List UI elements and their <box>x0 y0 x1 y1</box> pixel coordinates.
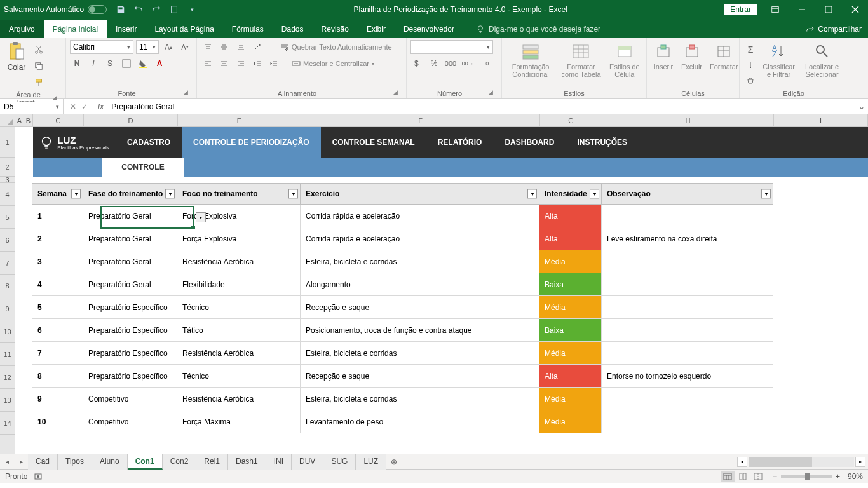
cell-ex[interactable]: Esteira, bicicleta e corridas <box>301 388 539 410</box>
qat-dropdown-icon[interactable]: ▾ <box>187 4 197 15</box>
scroll-left-icon[interactable]: ◂ <box>737 457 747 467</box>
tab-home[interactable]: Página Inicial <box>44 20 107 38</box>
cell-sem[interactable]: 5 <box>32 296 83 319</box>
cell-obs[interactable] <box>602 273 773 296</box>
align-left-icon[interactable] <box>201 57 215 71</box>
name-box-input[interactable] <box>4 102 42 111</box>
decrease-font-icon[interactable]: A▾ <box>178 40 192 54</box>
cell-obs[interactable] <box>602 388 773 410</box>
fill-color-icon[interactable] <box>136 57 150 71</box>
namebox-dropdown-icon[interactable]: ▾ <box>56 104 59 110</box>
row-header-7[interactable]: 7 <box>0 252 15 274</box>
cell-ex[interactable]: Alongamento <box>301 273 539 296</box>
header-intensidade[interactable]: Intensidade▾ <box>539 184 602 205</box>
cancel-formula-icon[interactable]: ✕ <box>70 102 76 111</box>
cell-ex[interactable]: Recepção e saque <box>301 296 539 319</box>
nav-item-1[interactable]: CONTROLE DE PERIODIZAÇÃO <box>182 127 321 158</box>
tab-view[interactable]: Exibir <box>358 20 395 38</box>
undo-icon[interactable] <box>133 4 144 15</box>
nav-item-2[interactable]: CONTROLE SEMANAL <box>321 127 426 158</box>
close-icon[interactable] <box>846 3 864 17</box>
col-header-F[interactable]: F <box>301 114 540 126</box>
autosum-icon[interactable]: Σ <box>743 43 757 57</box>
ribbon-options-icon[interactable] <box>766 3 784 17</box>
row-header-11[interactable]: 11 <box>0 343 15 366</box>
cell-fase[interactable]: Preparatório Específico <box>83 342 177 365</box>
cell-int[interactable]: Baixa <box>539 273 602 296</box>
tab-file[interactable]: Arquivo <box>0 20 44 38</box>
row-header-1[interactable]: 1 <box>0 127 15 158</box>
tab-nav-first-icon[interactable]: ◂ <box>0 455 14 469</box>
cell-int[interactable]: Alta <box>539 227 602 250</box>
row-header-12[interactable]: 12 <box>0 366 15 389</box>
maximize-icon[interactable] <box>820 3 837 17</box>
cell-foco[interactable]: Técnico <box>177 365 301 388</box>
cell-int[interactable]: Média <box>539 250 602 273</box>
cell-ex[interactable]: Levantamento de peso <box>301 410 539 433</box>
wrap-text-button[interactable]: Quebrar Texto Automaticamente <box>277 40 395 54</box>
col-header-I[interactable]: I <box>774 114 868 126</box>
cell-int[interactable]: Média <box>539 410 602 433</box>
cell-fase[interactable]: Competitivo <box>83 388 177 410</box>
sheet-tab-Rel1[interactable]: Rel1 <box>196 454 228 470</box>
nav-item-3[interactable]: RELATÓRIO <box>426 127 494 158</box>
cell-int[interactable]: Baixa <box>539 319 602 342</box>
orientation-icon[interactable] <box>250 40 264 54</box>
cell-obs[interactable]: Leve estiramento na coxa direita <box>602 227 773 250</box>
cell-ex[interactable]: Esteira, bicicleta e corridas <box>301 250 539 273</box>
filter-semana[interactable]: ▾ <box>71 189 81 199</box>
page-break-view-icon[interactable] <box>751 471 765 482</box>
tab-review[interactable]: Revisão <box>313 20 358 38</box>
nav-item-0[interactable]: CADASTRO <box>116 127 182 158</box>
expand-formula-bar-icon[interactable]: ⌄ <box>855 102 868 111</box>
cell-ex[interactable]: Corrida rápida e aceleração <box>301 205 539 227</box>
number-format-combo[interactable]: ▾ <box>410 40 493 54</box>
cell-ex[interactable]: Posicionamento, troca de função e contra… <box>301 319 539 342</box>
merge-center-button[interactable]: Mesclar e Centralizar ▾ <box>288 57 377 71</box>
save-icon[interactable] <box>116 4 126 15</box>
row-header-3[interactable]: 3 <box>0 177 15 183</box>
sheet-tab-Aluno[interactable]: Aluno <box>92 454 128 470</box>
filter-fase[interactable]: ▾ <box>165 189 175 199</box>
cell-obs[interactable] <box>602 250 773 273</box>
col-header-A[interactable]: A <box>15 114 24 126</box>
zoom-in-icon[interactable]: + <box>836 472 840 481</box>
decrease-decimal-icon[interactable]: ←.0 <box>477 57 491 71</box>
col-header-C[interactable]: C <box>33 114 84 126</box>
touch-mode-icon[interactable] <box>169 4 179 15</box>
cell-obs[interactable] <box>602 410 773 433</box>
macro-record-icon[interactable] <box>34 472 43 481</box>
cell-fase[interactable]: Preparatório Geral <box>83 205 177 227</box>
tab-insert[interactable]: Inserir <box>107 20 146 38</box>
font-size-combo[interactable]: 11▾ <box>136 40 159 54</box>
cell-fase[interactable]: Competitivo <box>83 410 177 433</box>
col-header-D[interactable]: D <box>84 114 178 126</box>
sheet-tab-SUG[interactable]: SUG <box>323 454 356 470</box>
font-name-combo[interactable]: Calibri▾ <box>70 40 133 54</box>
insert-cells-button[interactable]: Inserir <box>651 40 676 72</box>
cell-sem[interactable]: 3 <box>32 250 83 273</box>
filter-observacao[interactable]: ▾ <box>761 189 771 199</box>
percent-format-icon[interactable]: % <box>427 57 441 71</box>
sheet-tab-Con2[interactable]: Con2 <box>163 454 197 470</box>
col-header-E[interactable]: E <box>178 114 301 126</box>
nav-item-4[interactable]: DASHBOARD <box>493 127 566 158</box>
header-semana[interactable]: Semana▾ <box>32 184 83 205</box>
cell-int[interactable]: Média <box>539 388 602 410</box>
cell-foco[interactable]: Tático <box>177 319 301 342</box>
filter-intensidade[interactable]: ▾ <box>590 189 599 199</box>
row-header-13[interactable]: 13 <box>0 389 15 412</box>
tab-data[interactable]: Dados <box>273 20 313 38</box>
row-header-10[interactable]: 10 <box>0 320 15 343</box>
tab-developer[interactable]: Desenvolvedor <box>395 20 463 38</box>
scroll-right-icon[interactable]: ▸ <box>855 457 865 467</box>
paste-button[interactable]: Colar <box>4 40 29 73</box>
cell-sem[interactable]: 10 <box>32 410 83 433</box>
sheet-tab-Con1[interactable]: Con1 <box>128 454 163 470</box>
cell-sem[interactable]: 6 <box>32 319 83 342</box>
cell-sem[interactable]: 1 <box>32 205 83 227</box>
cut-icon[interactable] <box>32 43 46 57</box>
cell-sem[interactable]: 4 <box>32 273 83 296</box>
font-launcher[interactable]: ◢ <box>184 89 193 98</box>
cell-int[interactable]: Média <box>539 342 602 365</box>
